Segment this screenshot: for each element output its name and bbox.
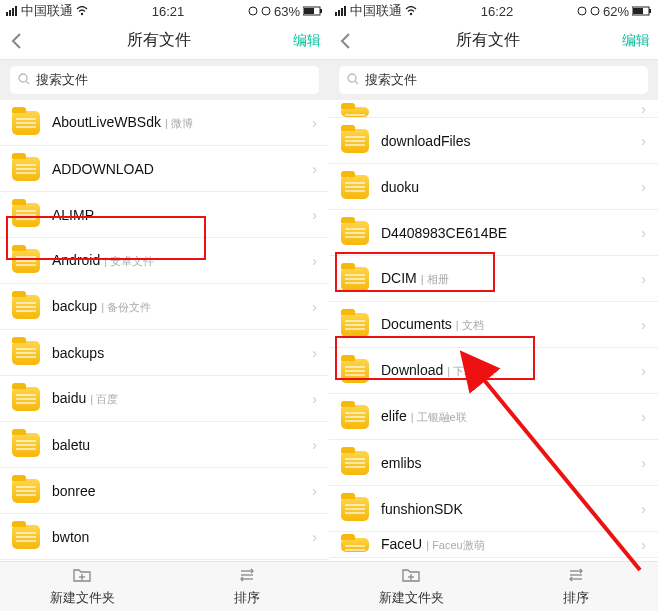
chevron-right-icon: › xyxy=(312,161,317,177)
folder-icon xyxy=(341,538,369,552)
battery-icon xyxy=(303,6,323,16)
folder-row[interactable]: D4408983CE614BE› xyxy=(329,210,658,256)
folder-row[interactable]: baletu› xyxy=(0,422,329,468)
folder-name: bwton xyxy=(52,529,89,545)
folder-name: AboutLiveWBSdk xyxy=(52,114,161,130)
battery-pct: 62% xyxy=(603,4,629,19)
chevron-right-icon: › xyxy=(312,115,317,131)
bottom-bar: 新建文件夹 排序 xyxy=(329,561,658,611)
folder-name: baidu xyxy=(52,390,86,406)
chevron-right-icon: › xyxy=(641,455,646,471)
folder-icon xyxy=(341,497,369,521)
folder-icon xyxy=(12,111,40,135)
chevron-right-icon: › xyxy=(312,529,317,545)
svg-line-11 xyxy=(26,81,29,84)
chevron-right-icon: › xyxy=(641,363,646,379)
search-placeholder: 搜索文件 xyxy=(365,71,417,89)
folder-icon xyxy=(341,451,369,475)
wifi-icon xyxy=(405,6,417,16)
file-list[interactable]: › downloadFiles› duoku› D4408983CE614BE›… xyxy=(329,100,658,561)
chevron-right-icon: › xyxy=(312,345,317,361)
folder-name: DCIM xyxy=(381,270,417,286)
chevron-right-icon: › xyxy=(641,501,646,517)
page-title: 所有文件 xyxy=(353,30,622,51)
bottom-bar: 新建文件夹 排序 xyxy=(0,561,329,611)
folder-name: baletu xyxy=(52,437,90,453)
folder-row[interactable]: DCIM| 相册› xyxy=(329,256,658,302)
screenshot-pair: 中国联通 16:21 63% 所有文件 编辑 搜索文件 About xyxy=(0,0,658,611)
folder-row[interactable]: duoku› xyxy=(329,164,658,210)
chevron-right-icon: › xyxy=(312,253,317,269)
folder-row[interactable]: Download| 下载文件› xyxy=(329,348,658,394)
search-input[interactable]: 搜索文件 xyxy=(10,66,319,94)
chevron-right-icon: › xyxy=(312,299,317,315)
folder-sub: | 备份文件 xyxy=(101,300,151,315)
chevron-right-icon: › xyxy=(312,391,317,407)
folder-icon xyxy=(341,175,369,199)
chevron-right-icon: › xyxy=(312,483,317,499)
chevron-right-icon: › xyxy=(641,133,646,149)
folder-icon xyxy=(12,479,40,503)
folder-row[interactable]: backups› xyxy=(0,330,329,376)
alarm-icon-2 xyxy=(590,6,600,16)
folder-icon xyxy=(12,525,40,549)
chevron-right-icon: › xyxy=(641,101,646,117)
folder-sub: | 相册 xyxy=(421,272,449,287)
search-input[interactable]: 搜索文件 xyxy=(339,66,648,94)
back-button[interactable] xyxy=(8,32,24,50)
status-bar: 中国联通 16:21 63% xyxy=(0,0,329,22)
alarm-icon-2 xyxy=(261,6,271,16)
svg-line-28 xyxy=(355,81,358,84)
svg-rect-9 xyxy=(320,9,322,13)
new-folder-button[interactable]: 新建文件夹 xyxy=(329,562,494,611)
folder-icon xyxy=(341,267,369,291)
folder-row[interactable]: downloadFiles› xyxy=(329,118,658,164)
page-title: 所有文件 xyxy=(24,30,293,51)
svg-rect-1 xyxy=(9,10,11,16)
sort-button[interactable]: 排序 xyxy=(165,562,330,611)
folder-row[interactable]: Android| 安卓文件› xyxy=(0,238,329,284)
svg-point-22 xyxy=(578,7,586,15)
file-list[interactable]: AboutLiveWBSdk| 微博› ADDOWNLOAD› ALIMP› A… xyxy=(0,100,329,561)
sort-label: 排序 xyxy=(234,589,260,607)
folder-name: backup xyxy=(52,298,97,314)
svg-rect-3 xyxy=(15,6,17,16)
folder-row-partial[interactable]: › xyxy=(329,100,658,118)
folder-row[interactable]: emlibs› xyxy=(329,440,658,486)
signal-icon xyxy=(335,6,347,16)
folder-row[interactable]: backup| 备份文件› xyxy=(0,284,329,330)
folder-name: FaceU xyxy=(381,536,422,552)
back-button[interactable] xyxy=(337,32,353,50)
svg-rect-2 xyxy=(12,8,14,16)
folder-row[interactable]: ALIMP› xyxy=(0,192,329,238)
folder-row[interactable]: ADDOWNLOAD› xyxy=(0,146,329,192)
folder-name: funshionSDK xyxy=(381,501,463,517)
folder-row[interactable]: baidu| 百度› xyxy=(0,376,329,422)
folder-row[interactable]: bwton› xyxy=(0,514,329,560)
alarm-icon xyxy=(248,6,258,16)
folder-row[interactable]: FaceU| Faceu激萌› xyxy=(329,532,658,558)
chevron-right-icon: › xyxy=(641,225,646,241)
folder-icon xyxy=(341,221,369,245)
svg-rect-20 xyxy=(344,6,346,16)
folder-row[interactable]: AboutLiveWBSdk| 微博› xyxy=(0,100,329,146)
sort-button[interactable]: 排序 xyxy=(494,562,659,611)
phone-right: 中国联通 16:22 62% 所有文件 编辑 搜索文件 › down xyxy=(329,0,658,611)
svg-rect-18 xyxy=(338,10,340,16)
svg-point-4 xyxy=(81,13,83,15)
edit-button[interactable]: 编辑 xyxy=(293,32,321,50)
folder-row[interactable]: bonree› xyxy=(0,468,329,514)
folder-name: elife xyxy=(381,408,407,424)
svg-rect-8 xyxy=(304,8,314,14)
folder-row[interactable]: elife| 工银融e联› xyxy=(329,394,658,440)
folder-icon xyxy=(341,313,369,337)
chevron-right-icon: › xyxy=(641,271,646,287)
folder-name: Android xyxy=(52,252,100,268)
search-icon xyxy=(347,73,359,88)
folder-row[interactable]: Documents| 文档› xyxy=(329,302,658,348)
folder-icon xyxy=(12,295,40,319)
chevron-right-icon: › xyxy=(641,317,646,333)
new-folder-button[interactable]: 新建文件夹 xyxy=(0,562,165,611)
edit-button[interactable]: 编辑 xyxy=(622,32,650,50)
folder-row[interactable]: funshionSDK› xyxy=(329,486,658,532)
